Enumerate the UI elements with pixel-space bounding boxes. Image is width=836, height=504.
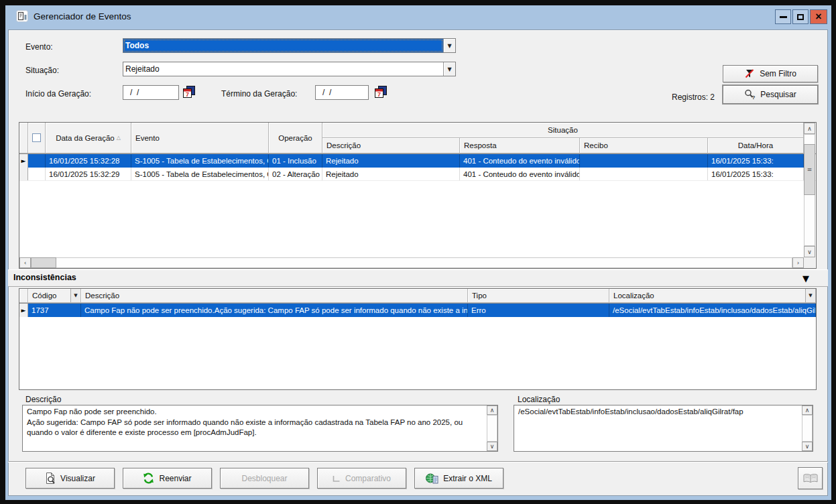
reenviar-button[interactable]: Reenviar bbox=[123, 468, 212, 489]
scroll-down-icon: ∨ bbox=[490, 443, 495, 450]
cell-operacao[interactable]: 01 - Inclusão bbox=[269, 154, 322, 168]
table-row[interactable]: 16/01/2025 15:32:29 S-1005 - Tabela de E… bbox=[19, 168, 816, 181]
maximize-button[interactable] bbox=[792, 9, 809, 24]
table-row[interactable]: ► 16/01/2025 15:32:28 S-1005 - Tabela de… bbox=[19, 154, 816, 168]
horizontal-scrollbar-track[interactable] bbox=[31, 257, 792, 268]
descricao-panel-label: Descrição bbox=[25, 395, 61, 404]
cell-recibo[interactable] bbox=[580, 168, 708, 180]
cell-operacao[interactable]: 02 - Alteração bbox=[269, 168, 322, 180]
sort-ascending-icon: △ bbox=[117, 135, 121, 141]
codigo-filter-dropdown[interactable]: ▼ bbox=[70, 289, 80, 302]
column-header-localizacao[interactable]: Localização ▼ bbox=[609, 289, 816, 303]
column-header-operacao[interactable]: Operação bbox=[269, 123, 322, 153]
situacao-combobox-value[interactable]: Rejeitado bbox=[123, 62, 443, 76]
situacao-combobox[interactable]: Rejeitado ▼ bbox=[123, 62, 456, 76]
column-header-descricao[interactable]: Descrição bbox=[322, 138, 460, 153]
scroll-down-button[interactable]: ∨ bbox=[802, 442, 813, 451]
globe-xml-icon bbox=[426, 472, 438, 484]
evento-combobox-value[interactable]: Todos bbox=[123, 39, 443, 52]
termino-geracao-input[interactable] bbox=[315, 85, 369, 100]
cell-evento[interactable]: S-1005 - Tabela de Estabelecimentos, O bbox=[131, 168, 269, 180]
collapse-section-icon[interactable]: ▼ bbox=[802, 273, 809, 284]
visualizar-button[interactable]: Visualizar bbox=[25, 468, 115, 489]
cell-resposta[interactable]: 401 - Conteudo do evento inválido. bbox=[460, 154, 580, 168]
pesquisar-label: Pesquisar bbox=[760, 90, 796, 99]
compare-chart-icon bbox=[333, 475, 341, 483]
table-row[interactable]: ► 1737 Campo Fap não pode ser preenchido… bbox=[19, 304, 816, 317]
separator-line bbox=[8, 461, 828, 462]
header-indicator-cell bbox=[19, 123, 28, 153]
descricao-memo[interactable]: Campo Fap não pode ser preenchido. Ação … bbox=[22, 405, 498, 452]
column-header-data-geracao[interactable]: Data da Geração △ bbox=[46, 123, 131, 153]
preview-document-icon bbox=[45, 472, 56, 484]
evento-combobox[interactable]: Todos ▼ bbox=[123, 38, 456, 53]
minimize-icon bbox=[780, 16, 787, 18]
cell-data-hora[interactable]: 16/01/2025 15:33: bbox=[708, 168, 804, 180]
column-header-tipo[interactable]: Tipo bbox=[468, 289, 609, 303]
localizacao-memo[interactable]: /eSocial/evtTabEstab/infoEstab/inclusao/… bbox=[514, 405, 813, 452]
chevron-down-icon: ▼ bbox=[74, 293, 77, 298]
cell-descricao[interactable]: Rejeitado bbox=[322, 168, 460, 180]
cell-descricao[interactable]: Rejeitado bbox=[322, 154, 460, 168]
row-checkbox-cell[interactable] bbox=[28, 154, 46, 168]
calendar-icon[interactable]: 7 bbox=[182, 86, 196, 99]
header-indicator-cell bbox=[19, 289, 28, 303]
cell-data-geracao[interactable]: 16/01/2025 15:32:28 bbox=[46, 154, 131, 168]
scroll-down-button[interactable]: ∨ bbox=[804, 246, 815, 257]
scroll-down-button[interactable]: ∨ bbox=[487, 442, 497, 451]
cell-data-hora[interactable]: 16/01/2025 15:33: bbox=[708, 154, 804, 168]
extrair-xml-button[interactable]: Extrair o XML bbox=[414, 468, 503, 489]
select-all-header-cell[interactable] bbox=[28, 123, 46, 153]
vertical-scrollbar-thumb[interactable]: ≡ bbox=[804, 144, 815, 195]
column-label: Tipo bbox=[472, 292, 487, 300]
horizontal-scrollbar-thumb[interactable] bbox=[31, 257, 56, 268]
scroll-left-button[interactable]: ‹ bbox=[19, 257, 31, 268]
sem-filtro-button[interactable]: Sem Filtro bbox=[723, 65, 818, 82]
column-header-codigo[interactable]: Código ▼ bbox=[28, 289, 81, 303]
chevron-down-icon: ▼ bbox=[447, 43, 451, 49]
manual-button[interactable] bbox=[798, 467, 823, 489]
column-header-resposta[interactable]: Resposta bbox=[460, 138, 580, 153]
column-label: Recibo bbox=[584, 141, 608, 149]
cell-recibo[interactable] bbox=[580, 154, 708, 168]
row-checkbox-cell[interactable] bbox=[28, 168, 46, 180]
open-book-icon bbox=[803, 473, 818, 484]
column-header-descricao[interactable]: Descrição bbox=[81, 289, 468, 303]
column-label: Operação bbox=[278, 134, 312, 142]
close-button[interactable]: × bbox=[810, 9, 827, 24]
inicio-geracao-input[interactable] bbox=[123, 85, 179, 100]
scroll-up-button[interactable]: ∧ bbox=[804, 123, 815, 134]
column-group-situacao[interactable]: Situação bbox=[322, 123, 804, 138]
scroll-right-button[interactable]: › bbox=[792, 257, 804, 268]
cell-localizacao[interactable]: /eSocial/evtTabEstab/infoEstab/inclusao/… bbox=[609, 304, 816, 317]
calendar-icon[interactable]: 7 bbox=[374, 86, 387, 99]
scroll-up-icon: ∧ bbox=[490, 407, 495, 414]
column-header-evento[interactable]: Evento bbox=[131, 123, 269, 153]
situacao-dropdown-button[interactable]: ▼ bbox=[443, 62, 455, 76]
cell-codigo[interactable]: 1737 bbox=[28, 304, 81, 317]
minimize-button[interactable] bbox=[775, 9, 791, 24]
cell-tipo[interactable]: Erro bbox=[468, 304, 609, 317]
column-header-recibo[interactable]: Recibo bbox=[580, 138, 708, 153]
scroll-up-button[interactable]: ∧ bbox=[487, 405, 497, 415]
pesquisar-button[interactable]: ? Pesquisar bbox=[723, 85, 818, 104]
comparativo-button[interactable]: Comparativo bbox=[317, 468, 406, 489]
column-header-data-hora[interactable]: Data/Hora bbox=[708, 138, 804, 153]
evento-dropdown-button[interactable]: ▼ bbox=[443, 39, 455, 52]
close-icon: × bbox=[815, 11, 821, 23]
desbloquear-label: Desbloquear bbox=[241, 474, 287, 483]
cell-resposta[interactable]: 401 - Conteudo do evento inválido. bbox=[460, 168, 580, 180]
scroll-up-button[interactable]: ∧ bbox=[802, 405, 813, 415]
row-indicator: ► bbox=[19, 304, 28, 317]
search-icon: ? bbox=[744, 89, 756, 100]
cell-evento[interactable]: S-1005 - Tabela de Estabelecimentos, O bbox=[131, 154, 269, 168]
vertical-scrollbar-track[interactable] bbox=[802, 415, 813, 442]
cell-data-geracao[interactable]: 16/01/2025 15:32:29 bbox=[46, 168, 131, 180]
select-all-checkbox[interactable] bbox=[32, 133, 41, 142]
row-indicator: ► bbox=[19, 154, 28, 168]
localizacao-filter-dropdown[interactable]: ▼ bbox=[805, 289, 815, 302]
desbloquear-button[interactable]: Desbloquear bbox=[220, 468, 309, 489]
vertical-scrollbar-track[interactable] bbox=[487, 415, 497, 442]
column-label: Data/Hora bbox=[738, 141, 773, 149]
cell-descricao[interactable]: Campo Fap não pode ser preenchido.Ação s… bbox=[81, 304, 468, 317]
